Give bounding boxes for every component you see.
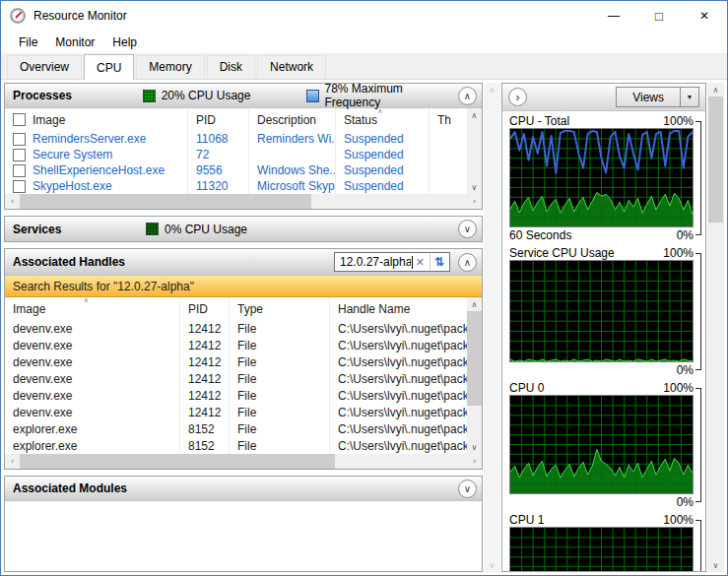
- row-checkbox[interactable]: [13, 133, 26, 146]
- menu-monitor[interactable]: Monitor: [46, 31, 103, 53]
- graph-title: CPU 0: [509, 381, 544, 395]
- row-checkbox[interactable]: [13, 180, 26, 193]
- modules-title: Associated Modules: [13, 481, 127, 495]
- minimize-icon[interactable]: —: [591, 1, 636, 31]
- scroll-up-icon[interactable]: ∧: [467, 297, 482, 311]
- scrollbar-thumb[interactable]: [20, 454, 335, 469]
- processes-header: Processes 20% CPU Usage 78% Maximum Freq…: [5, 84, 482, 108]
- titlebar: Resource Monitor — □ ✕: [1, 1, 727, 31]
- left-panel-scrollbar[interactable]: ∧ ∨: [484, 83, 500, 572]
- column-pid[interactable]: PID: [180, 297, 230, 320]
- scroll-right-icon[interactable]: ›: [467, 455, 482, 469]
- handle-row[interactable]: devenv.exe12412FileC:\Users\lvyi\.nuget\…: [5, 370, 467, 387]
- process-row[interactable]: ShellExperienceHost.exe 9556 Windows She…: [5, 162, 467, 178]
- views-label[interactable]: Views: [617, 88, 680, 106]
- services-title: Services: [13, 223, 146, 236]
- dropdown-arrow-icon[interactable]: ▼: [680, 88, 698, 106]
- modules-body: [5, 501, 482, 571]
- row-checkbox[interactable]: [13, 149, 26, 161]
- search-results-bar: Search Results for "12.0.27-alpha": [5, 276, 482, 297]
- views-button[interactable]: Views ▼: [616, 87, 699, 107]
- scroll-left-icon[interactable]: ‹: [5, 455, 20, 469]
- graph-canvas: [509, 395, 694, 494]
- process-row[interactable]: Secure System 72 Suspended: [5, 147, 467, 162]
- graphs-panel-scrollbar[interactable]: ∧ ∨: [707, 83, 724, 572]
- graph-cpu-total: CPU - Total 100% 60 Seconds 0%: [502, 111, 705, 243]
- tab-overview[interactable]: Overview: [7, 55, 82, 79]
- max-frequency-label: 78% Maximum Frequency: [325, 82, 459, 109]
- sort-asc-icon: ∧: [84, 297, 89, 303]
- search-results-label: Search Results for "12.0.27-alpha": [13, 280, 194, 293]
- handles-table-header: ∧ Image PID Type Handle Name: [5, 297, 467, 320]
- tab-cpu[interactable]: CPU: [84, 54, 134, 80]
- scrollbar-thumb[interactable]: [20, 194, 311, 209]
- services-cpu-legend: 0% CPU Usage: [146, 223, 247, 236]
- scroll-left-icon[interactable]: ‹: [5, 195, 20, 209]
- processes-vertical-scrollbar[interactable]: ∧ ∨: [467, 108, 482, 194]
- graph-scale-bracket: [695, 520, 701, 572]
- scroll-up-icon[interactable]: ∧: [467, 108, 482, 122]
- menu-file[interactable]: File: [10, 31, 46, 53]
- processes-horizontal-scrollbar[interactable]: ‹ ›: [5, 194, 482, 209]
- process-row[interactable]: SkypeHost.exe 11320 Microsoft Skype Susp…: [5, 178, 467, 194]
- processes-collapse-button[interactable]: ∧: [458, 87, 477, 105]
- process-row[interactable]: RemindersServer.exe 11068 Reminders Wi..…: [5, 131, 467, 147]
- column-threads[interactable]: Th: [430, 108, 467, 131]
- expand-panel-button[interactable]: ›: [508, 88, 527, 106]
- column-pid[interactable]: PID: [188, 108, 249, 131]
- scroll-up-icon[interactable]: ∧: [708, 83, 723, 96]
- column-image[interactable]: Image: [5, 108, 188, 131]
- select-all-checkbox[interactable]: [13, 113, 26, 126]
- cpu-usage-label: 20% CPU Usage: [162, 89, 251, 102]
- scrollbar-thumb[interactable]: [467, 311, 482, 406]
- handles-search-input[interactable]: 12.0.27-alpha ✕ ⇅: [334, 252, 450, 272]
- scroll-down-icon[interactable]: ∨: [485, 558, 499, 572]
- tab-memory[interactable]: Memory: [136, 55, 204, 79]
- services-cpu-label: 0% CPU Usage: [165, 223, 247, 236]
- max-frequency-swatch-icon: [306, 90, 319, 102]
- search-value: 12.0.27-alpha: [340, 255, 411, 269]
- maximize-icon[interactable]: □: [636, 1, 682, 31]
- graph-max-label: 100%: [663, 114, 694, 128]
- scroll-down-icon[interactable]: ∨: [467, 440, 482, 454]
- modules-expand-button[interactable]: ∨: [458, 480, 477, 498]
- handle-row[interactable]: devenv.exe12412FileC:\Users\lvyi\.nuget\…: [5, 320, 467, 337]
- handles-collapse-button[interactable]: ∧: [458, 253, 477, 272]
- graph-canvas: [509, 527, 694, 572]
- close-icon[interactable]: ✕: [682, 1, 727, 31]
- column-description[interactable]: Description: [249, 108, 336, 131]
- handles-section: Associated Handles 12.0.27-alpha ✕ ⇅ ∧ S…: [4, 248, 483, 470]
- graph-title: Service CPU Usage: [509, 246, 615, 260]
- resource-monitor-icon: [10, 8, 26, 24]
- clear-search-icon[interactable]: ✕: [413, 256, 428, 269]
- services-expand-button[interactable]: ∨: [458, 220, 477, 238]
- column-handle-name[interactable]: Handle Name: [330, 297, 467, 320]
- column-type[interactable]: Type: [230, 297, 330, 320]
- graph-cpu-0: CPU 0 100% 0%: [502, 378, 705, 510]
- handle-row[interactable]: explorer.exe8152FileC:\Users\lvyi\.nuget…: [5, 420, 467, 437]
- handle-row[interactable]: devenv.exe12412FileC:\Users\lvyi\.nuget\…: [5, 337, 467, 353]
- handle-row[interactable]: explorer.exe8152FileC:\Users\lvyi\.nuget…: [5, 437, 467, 454]
- window-title: Resource Monitor: [33, 9, 127, 23]
- services-cpu-swatch-icon: [146, 223, 159, 235]
- column-image[interactable]: ∧ Image: [5, 297, 180, 320]
- handle-row[interactable]: devenv.exe12412FileC:\Users\lvyi\.nuget\…: [5, 353, 467, 370]
- content-area: Processes 20% CPU Usage 78% Maximum Freq…: [1, 80, 727, 575]
- scroll-right-icon[interactable]: ›: [467, 195, 482, 209]
- handles-horizontal-scrollbar[interactable]: ‹ ›: [5, 454, 482, 469]
- row-checkbox[interactable]: [13, 164, 26, 177]
- tab-network[interactable]: Network: [257, 55, 326, 79]
- scroll-down-icon[interactable]: ∨: [708, 558, 723, 572]
- menu-help[interactable]: Help: [103, 31, 146, 53]
- scroll-up-icon[interactable]: ∧: [485, 83, 499, 96]
- search-refresh-icon[interactable]: ⇅: [432, 255, 446, 269]
- handles-vertical-scrollbar[interactable]: ∧ ∨: [467, 297, 482, 454]
- scrollbar-thumb[interactable]: [708, 96, 723, 223]
- graph-max-label: 100%: [663, 246, 694, 260]
- handle-row[interactable]: devenv.exe12412FileC:\Users\lvyi\.nuget\…: [5, 404, 467, 420]
- column-status[interactable]: ∧ Status: [336, 108, 430, 131]
- handle-row[interactable]: devenv.exe12412FileC:\Users\lvyi\.nuget\…: [5, 387, 467, 404]
- tab-disk[interactable]: Disk: [207, 55, 255, 79]
- scroll-down-icon[interactable]: ∨: [467, 180, 482, 194]
- graph-scale-bracket: [695, 253, 701, 370]
